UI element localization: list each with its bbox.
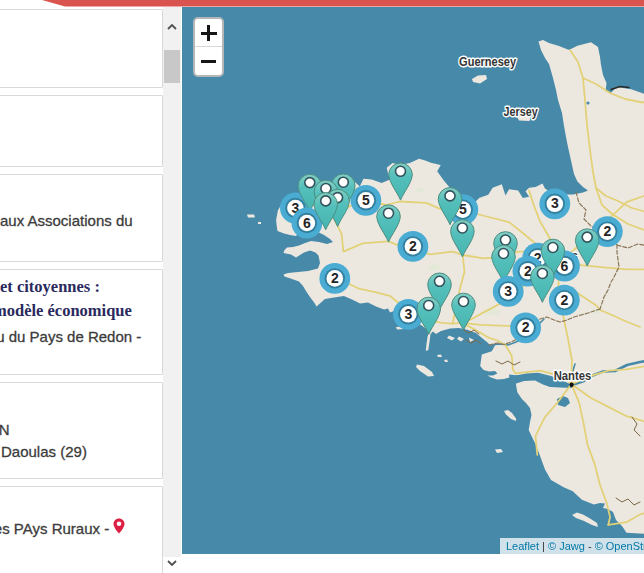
svg-text:2: 2 — [560, 292, 568, 308]
svg-text:3: 3 — [551, 195, 559, 211]
svg-text:2: 2 — [331, 270, 339, 286]
svg-text:2: 2 — [409, 238, 417, 254]
svg-text:5: 5 — [362, 192, 370, 208]
svg-text:Nantes: Nantes — [554, 368, 592, 383]
svg-text:6: 6 — [303, 215, 311, 231]
svg-text:2: 2 — [522, 319, 530, 335]
svg-text:3: 3 — [504, 283, 512, 299]
svg-text:Guernesey: Guernesey — [459, 55, 516, 69]
svg-text:Jersey: Jersey — [504, 105, 538, 119]
svg-text:3: 3 — [404, 306, 412, 322]
svg-text:2: 2 — [603, 223, 611, 239]
